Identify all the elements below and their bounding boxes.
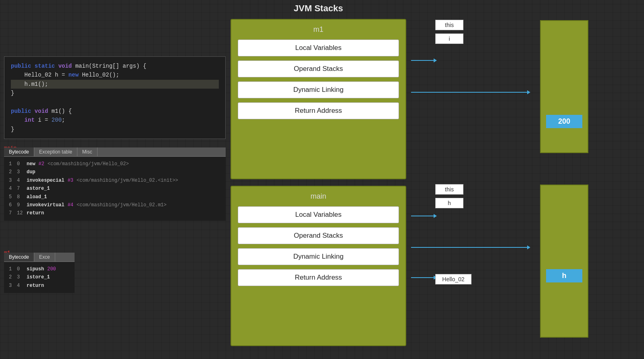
jvm-container: m1 Local Variables Operand Stacks Dynami…	[226, 14, 411, 351]
m1-i-box: i	[435, 33, 463, 44]
value-h-box: h	[546, 269, 582, 282]
right-panel-m1	[540, 20, 588, 153]
m1-this-box: this	[435, 20, 463, 30]
tabs-area-main: Bytecode Exception table Misc 10new#2<co…	[4, 147, 226, 221]
right-panel-main	[540, 185, 588, 338]
main-h-box: h	[435, 198, 463, 208]
return-address-box-m1: Return Address	[238, 102, 399, 119]
m1-frame-title: m1	[238, 25, 399, 34]
tab-bytecode-m1[interactable]: Bytecode	[4, 253, 34, 261]
m1-stack-frame: m1 Local Variables Operand Stacks Dynami…	[231, 19, 406, 179]
arrow-m1-local	[411, 60, 434, 61]
tabs-area-m1: Bytecode Exce 10sipush 200 23istore_1 34…	[4, 253, 75, 293]
main-this-box: this	[435, 184, 463, 195]
dynamic-linking-box-main: Dynamic Linking	[238, 248, 399, 265]
local-variables-box-m1: Local Variables	[238, 39, 399, 56]
main-stack-frame: main Local Variables Operand Stacks Dyna…	[231, 186, 406, 346]
return-address-box-main: Return Address	[238, 269, 399, 286]
code-panel-main: public static void main(String[] args) {…	[4, 56, 226, 139]
hello02-box: Hello_02	[435, 274, 472, 284]
arrow-m1-operand	[411, 92, 528, 93]
arrow-main-operand	[411, 247, 528, 248]
arrow-main-dynamic	[411, 277, 434, 278]
dynamic-linking-box-m1: Dynamic Linking	[238, 81, 399, 98]
operand-stacks-box-m1: Operand Stacks	[238, 60, 399, 77]
arrow-main-local	[411, 216, 434, 216]
jvm-title: JVM Stacks	[226, 3, 411, 14]
tab-misc-main[interactable]: Misc	[77, 147, 98, 156]
local-variables-box-main: Local Variables	[238, 206, 399, 223]
tab-bytecode-main[interactable]: Bytecode	[4, 147, 34, 156]
operand-stacks-box-main: Operand Stacks	[238, 227, 399, 244]
value-200-box: 200	[546, 115, 582, 128]
tab-exception-main[interactable]: Exception table	[34, 147, 77, 156]
tab-exception-m1[interactable]: Exce	[34, 253, 55, 261]
main-frame-title: main	[238, 192, 399, 201]
